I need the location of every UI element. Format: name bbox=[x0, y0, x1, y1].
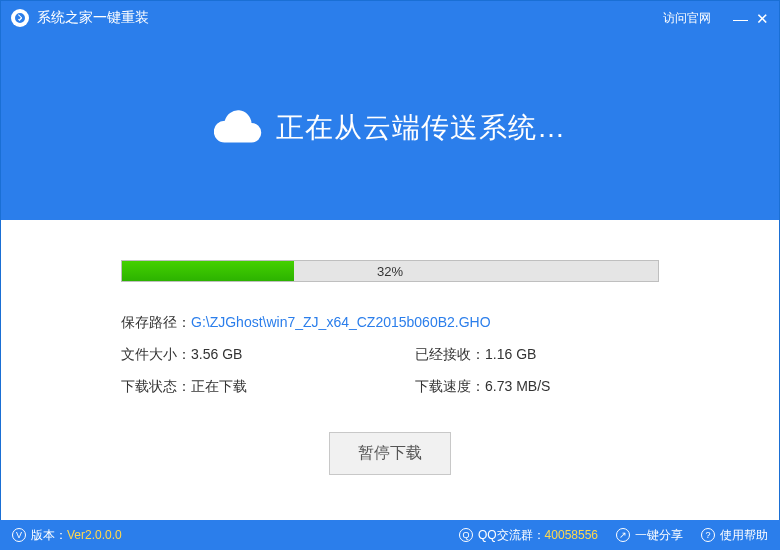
pause-button[interactable]: 暂停下载 bbox=[329, 432, 451, 475]
content-area: 32% 保存路径： G:\ZJGhost\win7_ZJ_x64_CZ2015b… bbox=[1, 220, 779, 475]
qq-label: QQ交流群： bbox=[478, 527, 545, 544]
received-label: 已经接收： bbox=[415, 346, 485, 364]
share-icon: ↗ bbox=[616, 528, 630, 542]
close-button[interactable]: ✕ bbox=[756, 11, 769, 26]
progress-percent-text: 32% bbox=[122, 261, 658, 281]
file-size-value: 3.56 GB bbox=[191, 346, 242, 364]
received-col: 已经接收： 1.16 GB bbox=[365, 346, 659, 364]
speed-value: 6.73 MB/S bbox=[485, 378, 550, 396]
help-icon: ? bbox=[701, 528, 715, 542]
version-label: 版本： bbox=[31, 527, 67, 544]
version-icon: V bbox=[12, 528, 26, 542]
app-logo-icon bbox=[11, 9, 29, 27]
status-speed-row: 下载状态： 正在下载 下载速度： 6.73 MB/S bbox=[121, 378, 659, 396]
speed-label: 下载速度： bbox=[415, 378, 485, 396]
share-item[interactable]: ↗ 一键分享 bbox=[616, 527, 683, 544]
button-row: 暂停下载 bbox=[121, 432, 659, 475]
status-value: 正在下载 bbox=[191, 378, 247, 396]
file-size-received-row: 文件大小： 3.56 GB 已经接收： 1.16 GB bbox=[121, 346, 659, 364]
visit-site-link[interactable]: 访问官网 bbox=[663, 10, 711, 27]
qq-icon: Q bbox=[459, 528, 473, 542]
help-item[interactable]: ? 使用帮助 bbox=[701, 527, 768, 544]
qq-group-item[interactable]: Q QQ交流群： 40058556 bbox=[459, 527, 598, 544]
share-label: 一键分享 bbox=[635, 527, 683, 544]
save-path-value[interactable]: G:\ZJGhost\win7_ZJ_x64_CZ2015b060B2.GHO bbox=[191, 314, 491, 332]
file-size-col: 文件大小： 3.56 GB bbox=[121, 346, 365, 364]
help-label: 使用帮助 bbox=[720, 527, 768, 544]
footer: V 版本： Ver2.0.0.0 Q QQ交流群： 40058556 ↗ 一键分… bbox=[0, 520, 780, 550]
save-path-row: 保存路径： G:\ZJGhost\win7_ZJ_x64_CZ2015b060B… bbox=[121, 314, 659, 332]
status-col: 下载状态： 正在下载 bbox=[121, 378, 365, 396]
save-path-label: 保存路径： bbox=[121, 314, 191, 332]
cloud-icon bbox=[214, 109, 262, 147]
status-heading: 正在从云端传送系统… bbox=[276, 109, 566, 147]
titlebar: 系统之家一键重装 访问官网 — ✕ bbox=[1, 1, 779, 35]
speed-col: 下载速度： 6.73 MB/S bbox=[365, 378, 659, 396]
file-size-label: 文件大小： bbox=[121, 346, 191, 364]
header-banner: 正在从云端传送系统… bbox=[1, 35, 779, 220]
app-title: 系统之家一键重装 bbox=[37, 9, 663, 27]
progress-bar-container: 32% bbox=[121, 260, 659, 282]
version-value: Ver2.0.0.0 bbox=[67, 528, 122, 542]
received-value: 1.16 GB bbox=[485, 346, 536, 364]
minimize-button[interactable]: — bbox=[733, 11, 748, 26]
status-label: 下载状态： bbox=[121, 378, 191, 396]
version-item: V 版本： Ver2.0.0.0 bbox=[12, 527, 441, 544]
qq-value: 40058556 bbox=[545, 528, 598, 542]
